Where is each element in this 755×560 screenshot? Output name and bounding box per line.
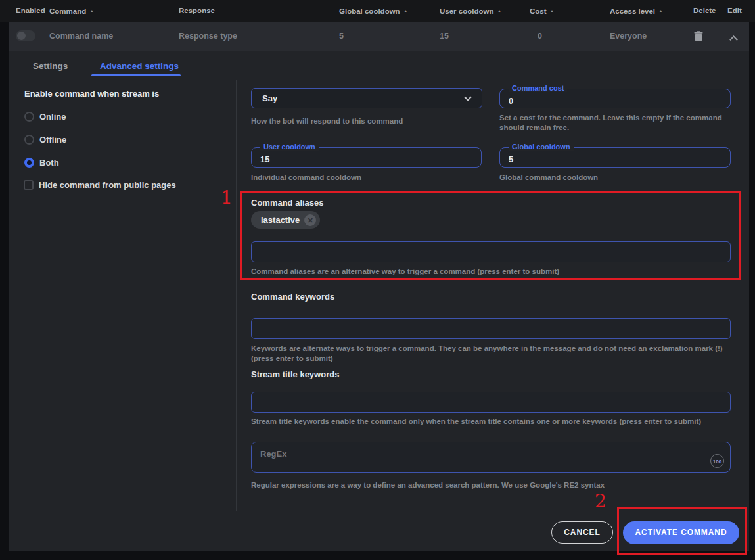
command-aliases-input[interactable] — [251, 241, 731, 262]
row-user-cooldown: 15 — [440, 22, 449, 51]
command-keywords-input[interactable] — [251, 318, 731, 339]
cancel-button[interactable]: CANCEL — [551, 521, 613, 544]
radio-circle-icon — [24, 112, 34, 122]
col-header-enabled: Enabled — [16, 0, 45, 22]
active-tab-underline — [91, 74, 181, 76]
checkbox-icon — [24, 180, 34, 190]
alias-chip: lastactive ✕ — [251, 211, 320, 229]
row-cost: 0 — [538, 22, 542, 51]
stream-title-keywords-label: Stream title keywords — [251, 369, 339, 379]
user-cooldown-field[interactable]: User cooldown — [251, 147, 482, 168]
sort-asc-icon: ▲ — [89, 9, 94, 13]
command-cost-helper: Set a cost for the command. Leave this e… — [499, 113, 741, 133]
row-access-level: Everyone — [610, 22, 647, 51]
regex-field[interactable]: 100 — [251, 442, 731, 473]
activate-command-button[interactable]: ACTIVATE COMMAND — [623, 521, 739, 544]
command-cost-input[interactable] — [500, 89, 730, 108]
toggle-knob — [17, 32, 26, 40]
radio-offline[interactable]: Offline — [24, 135, 103, 145]
command-aliases-helper: Command aliases are an alternative way t… — [251, 267, 559, 277]
enabled-toggle[interactable] — [16, 30, 35, 41]
col-header-response: Response — [179, 0, 215, 22]
stream-title-keywords-helper: Stream title keywords enable the command… — [251, 417, 744, 427]
table-header: Enabled Command▲ Response Global cooldow… — [0, 0, 755, 22]
footer-divider — [9, 511, 749, 511]
sort-asc-icon: ▲ — [403, 9, 408, 13]
annotation-number-2: 2 — [595, 490, 606, 512]
row-command-name: Command name — [49, 22, 113, 51]
tab-advanced-settings[interactable]: Advanced settings — [100, 58, 179, 74]
global-cooldown-field[interactable]: Global cooldown — [499, 147, 731, 168]
radio-online[interactable]: Online — [24, 112, 103, 122]
column-divider — [236, 80, 237, 511]
stream-title-keywords-input[interactable] — [251, 392, 731, 413]
radio-selected-icon — [24, 158, 34, 168]
sort-asc-icon: ▲ — [550, 9, 555, 13]
col-header-user-cooldown[interactable]: User cooldown▲ — [440, 0, 501, 22]
char-counter-badge: 100 — [710, 454, 724, 468]
row-response-type: Response type — [179, 22, 237, 51]
response-type-helper: How the bot will respond to this command — [251, 116, 403, 126]
stream-state-title: Enable command when stream is — [24, 89, 159, 99]
chevron-down-icon — [464, 93, 471, 101]
col-header-delete: Delete — [693, 0, 716, 22]
user-cooldown-label: User cooldown — [260, 143, 319, 151]
chip-close-icon[interactable]: ✕ — [304, 214, 316, 226]
hide-command-checkbox-label: Hide command from public pages — [39, 180, 176, 191]
col-header-cost[interactable]: Cost▲ — [530, 0, 555, 22]
radio-both[interactable]: Both — [24, 158, 103, 168]
radio-online-label: Online — [39, 112, 66, 122]
command-cost-label: Command cost — [509, 84, 567, 92]
radio-offline-label: Offline — [39, 135, 66, 145]
col-header-access-level[interactable]: Access level▲ — [610, 0, 663, 22]
regex-input[interactable] — [252, 442, 730, 472]
radio-circle-icon — [24, 135, 34, 145]
response-type-select[interactable]: Say — [251, 88, 482, 108]
trash-icon — [694, 31, 703, 41]
row-global-cooldown: 5 — [339, 22, 344, 51]
annotation-number-1: 1 — [221, 187, 233, 208]
commands-manager-page: Enabled Command▲ Response Global cooldow… — [0, 0, 755, 560]
sort-asc-icon: ▲ — [497, 9, 501, 13]
command-keywords-label: Command keywords — [251, 292, 334, 302]
command-aliases-label: Command aliases — [251, 198, 324, 208]
col-header-edit: Edit — [727, 0, 742, 22]
command-keywords-helper: Keywords are alternate ways to trigger a… — [251, 344, 744, 363]
user-cooldown-input[interactable] — [252, 148, 481, 167]
response-type-value: Say — [262, 93, 277, 103]
tab-settings[interactable]: Settings — [33, 58, 68, 74]
radio-both-label: Both — [39, 158, 59, 168]
alias-chip-text: lastactive — [261, 211, 300, 229]
col-header-command[interactable]: Command▲ — [49, 0, 94, 22]
global-cooldown-helper: Global command cooldown — [499, 173, 598, 183]
global-cooldown-label: Global cooldown — [509, 143, 574, 151]
user-cooldown-helper: Individual command cooldown — [251, 173, 361, 183]
hide-command-checkbox[interactable]: Hide command from public pages — [24, 180, 194, 191]
sort-asc-icon: ▲ — [658, 9, 663, 13]
regex-helper: Regular expressions are a way to define … — [251, 480, 744, 490]
delete-button[interactable] — [694, 31, 704, 42]
col-header-global-cooldown[interactable]: Global cooldown▲ — [339, 0, 408, 22]
command-cost-field[interactable]: Command cost — [499, 89, 731, 108]
global-cooldown-input[interactable] — [500, 148, 730, 167]
